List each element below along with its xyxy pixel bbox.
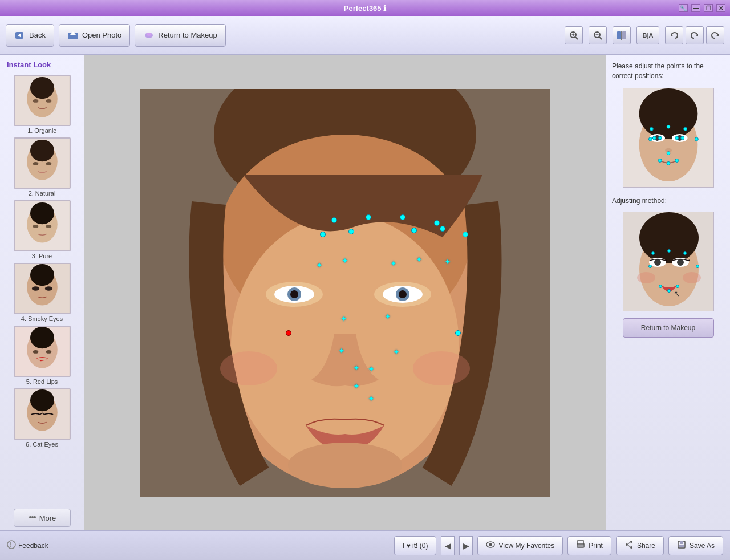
svg-point-33 xyxy=(46,225,51,228)
landmark-star-10[interactable]: ✦ xyxy=(353,363,361,371)
window-controls: 🔧 — ❐ ✕ xyxy=(679,4,725,12)
next-button[interactable]: ▶ xyxy=(459,536,473,555)
svg-point-104 xyxy=(667,289,670,292)
svg-point-94 xyxy=(637,272,655,283)
svg-point-62 xyxy=(399,290,407,298)
look-label-cat-eyes: 6. Cat Eyes xyxy=(26,441,58,448)
svg-point-37 xyxy=(31,286,39,291)
svg-point-95 xyxy=(683,272,701,283)
look-item-cat-eyes[interactable]: 6. Cat Eyes xyxy=(5,388,79,448)
landmark-star-13[interactable]: ✦ xyxy=(368,394,376,402)
look-item-smoky-eyes[interactable]: 4. Smoky Eyes xyxy=(5,263,79,322)
landmark-5[interactable] xyxy=(463,232,468,237)
look-item-pure[interactable]: 3. Pure xyxy=(5,200,79,259)
landmark-9[interactable] xyxy=(440,226,445,232)
svg-point-32 xyxy=(33,225,38,228)
more-button[interactable]: More xyxy=(14,509,71,527)
svg-point-103 xyxy=(676,285,679,287)
svg-point-75 xyxy=(667,125,670,128)
favorite-button[interactable]: I ♥ it! (0) xyxy=(394,536,436,555)
minimize-button[interactable]: — xyxy=(691,4,700,12)
share-button[interactable]: Share xyxy=(616,536,664,555)
landmark-star-2[interactable]: ✦ xyxy=(342,256,350,264)
landmark-1[interactable] xyxy=(331,217,337,223)
look-thumb-pure xyxy=(14,200,71,251)
svg-point-63 xyxy=(220,351,277,385)
landmark-2[interactable] xyxy=(366,214,371,220)
landmark-star-4[interactable]: ✦ xyxy=(416,255,424,263)
landmark-6[interactable] xyxy=(320,232,326,237)
return-to-makeup-toolbar-button[interactable]: Return to Makeup xyxy=(135,24,225,47)
back-button[interactable]: Back xyxy=(6,24,54,47)
svg-point-27 xyxy=(33,162,38,165)
landmark-star-3[interactable]: ✦ xyxy=(390,259,398,267)
svg-point-98 xyxy=(667,249,670,252)
sidebar: Instant Look 1. Organic xyxy=(0,55,84,530)
svg-point-81 xyxy=(675,136,678,140)
maximize-button[interactable]: ❐ xyxy=(704,4,713,12)
look-thumb-smoky-eyes xyxy=(14,263,71,314)
prev-button[interactable]: ◀ xyxy=(441,536,455,555)
main-photo[interactable]: ✦ ✦ ✦ ✦ ✦ ✦ ✦ ✦ ✦ ✦ ✦ ✦ ✦ xyxy=(140,89,550,497)
bia-button[interactable]: B|A xyxy=(636,26,659,44)
save-as-button[interactable]: Save As xyxy=(668,536,723,555)
svg-rect-109 xyxy=(578,541,583,545)
svg-line-115 xyxy=(628,542,630,544)
bottombar: ! Feedback I ♥ it! (0) ◀ ▶ View My Favor… xyxy=(0,530,730,560)
svg-point-91 xyxy=(654,259,661,266)
open-photo-button[interactable]: Open Photo xyxy=(59,24,130,47)
landmark-star-9[interactable]: ✦ xyxy=(393,347,401,355)
view-favorites-button[interactable]: View My Favorites xyxy=(477,536,563,555)
look-item-natural[interactable]: 2. Natural xyxy=(5,137,79,197)
titlebar: Perfect365 ℹ 🔧 — ❐ ✕ xyxy=(0,0,730,16)
right-panel: Please adjust the points to the correct … xyxy=(606,55,730,530)
svg-point-82 xyxy=(680,136,684,140)
feedback-button[interactable]: ! Feedback xyxy=(7,540,48,551)
look-item-red-lips[interactable]: 5. Red Lips xyxy=(5,326,79,385)
zoom-in-button[interactable] xyxy=(565,26,583,44)
look-label-red-lips: 5. Red Lips xyxy=(26,378,58,385)
landmark-star-5[interactable]: ✦ xyxy=(444,257,452,265)
redo2-button[interactable] xyxy=(706,26,724,44)
landmark-star-7[interactable]: ✦ xyxy=(384,312,392,320)
landmark-star-6[interactable]: ✦ xyxy=(340,314,348,322)
svg-point-102 xyxy=(659,285,662,287)
look-item-organic[interactable]: 1. Organic xyxy=(5,75,79,134)
landmark-7[interactable] xyxy=(348,229,354,234)
svg-point-42 xyxy=(33,350,38,354)
print-icon xyxy=(576,540,585,551)
redo-button[interactable] xyxy=(686,26,704,44)
svg-rect-111 xyxy=(578,545,583,547)
svg-point-101 xyxy=(648,265,651,267)
landmark-3[interactable] xyxy=(400,214,405,220)
close-button[interactable]: ✕ xyxy=(716,4,725,12)
svg-point-108 xyxy=(489,543,492,546)
svg-point-36 xyxy=(30,264,54,286)
zoom-out-button[interactable] xyxy=(589,26,607,44)
undo-redo-group xyxy=(665,26,724,44)
svg-point-78 xyxy=(648,137,652,141)
compare-button[interactable] xyxy=(613,26,631,44)
toolbar-right: B|A xyxy=(565,26,724,44)
look-thumb-cat-eyes xyxy=(14,388,71,440)
landmark-star-1[interactable]: ✦ xyxy=(316,261,324,269)
landmark-red[interactable] xyxy=(286,330,291,336)
return-to-makeup-panel-button[interactable]: Return to Makeup xyxy=(623,318,714,338)
landmark-star-12[interactable]: ✦ xyxy=(353,382,361,389)
svg-point-79 xyxy=(652,136,656,140)
settings-icon[interactable]: 🔧 xyxy=(679,4,688,12)
svg-point-84 xyxy=(658,159,662,162)
landmark-star-11[interactable]: ✦ xyxy=(368,364,376,372)
svg-point-86 xyxy=(667,161,670,165)
svg-point-61 xyxy=(290,290,298,298)
landmark-4[interactable] xyxy=(434,220,440,226)
svg-point-64 xyxy=(413,351,470,385)
landmark-8[interactable] xyxy=(411,228,417,233)
svg-point-100 xyxy=(696,265,699,267)
print-button[interactable]: Print xyxy=(567,536,611,555)
landmark-star-8[interactable]: ✦ xyxy=(338,346,346,354)
landmark-10[interactable] xyxy=(455,330,461,336)
svg-point-77 xyxy=(695,137,698,141)
undo-button[interactable] xyxy=(665,26,683,44)
svg-point-22 xyxy=(33,99,38,103)
